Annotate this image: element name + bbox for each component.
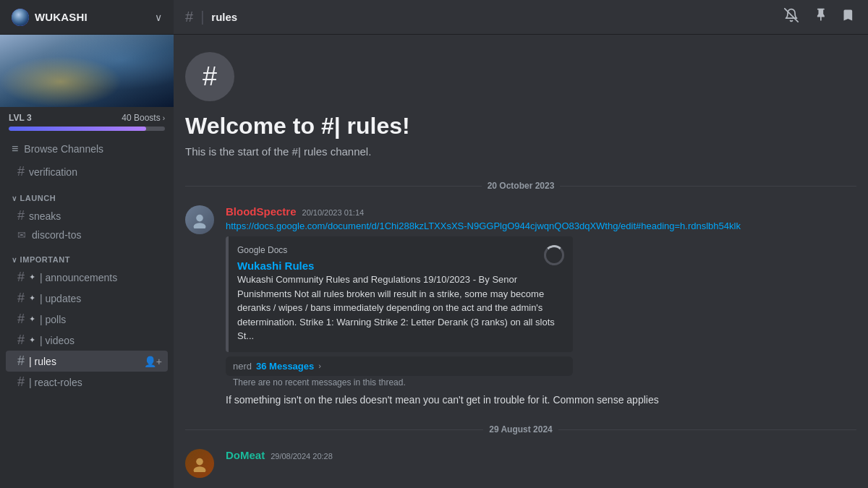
hash-icon: # <box>17 270 25 285</box>
channel-item-videos[interactable]: # ✦ | videos <box>6 330 168 351</box>
channel-item-rules[interactable]: # | rules 👤+ <box>6 351 168 372</box>
hash-icon: # <box>17 312 25 327</box>
server-name: WUKASHI <box>35 11 88 23</box>
embed-title[interactable]: Wukashi Rules <box>237 260 314 272</box>
divider-line <box>560 186 856 187</box>
message-link-blood-spectre[interactable]: https://docs.google.com/document/d/1Chi2… <box>226 221 741 231</box>
hash-icon: # <box>17 333 25 348</box>
channel-name-discord-tos: discord-tos <box>32 229 81 241</box>
chevron-down-icon: ∨ <box>155 12 162 23</box>
channel-item-sneaks[interactable]: # sneaks <box>6 205 168 226</box>
hash-icon: # <box>17 354 25 369</box>
top-bar-hash-icon: # <box>185 9 193 25</box>
embed-google-docs: Google Docs Wukashi Rules Wukashi Commun… <box>226 236 573 352</box>
top-bar-left: # | rules <box>185 9 237 25</box>
pin-icon[interactable] <box>813 8 827 26</box>
welcome-title: Welcome to #| rules! <box>185 113 856 140</box>
messages-area[interactable]: # Welcome to #| rules! This is the start… <box>174 35 868 488</box>
sidebar: WUKASHI ∨ LVL 3 40 Boosts › ≡ Browse Cha… <box>0 0 174 488</box>
boost-label[interactable]: 40 Boosts › <box>122 113 165 123</box>
boost-bar-section: LVL 3 40 Boosts › <box>0 107 174 137</box>
divider-line <box>558 429 856 430</box>
channel-item-react-roles[interactable]: # | react-roles <box>6 372 168 393</box>
bookmark-icon[interactable] <box>842 8 856 26</box>
welcome-hash-circle: # <box>185 52 234 101</box>
channel-item-verification[interactable]: # verification <box>6 161 168 182</box>
embed-description: Wukashi Community Rules and Regulations … <box>237 273 564 343</box>
thread-count: 36 Messages <box>256 361 314 372</box>
section-important[interactable]: IMPORTANT <box>0 244 174 267</box>
channel-name-rules: | rules <box>29 356 56 367</box>
thread-no-messages: There are no recent messages in this thr… <box>226 377 856 388</box>
svg-point-2 <box>194 223 206 228</box>
channel-list: ≡ Browse Channels # verification LAUNCH … <box>0 137 174 488</box>
timestamp-domeat: 29/08/2024 20:28 <box>271 452 333 461</box>
notification-icon[interactable] <box>784 8 799 26</box>
date-label-aug2024: 29 August 2024 <box>489 424 553 435</box>
channel-name-react-roles: | react-roles <box>29 377 82 388</box>
boost-bar-row: LVL 3 40 Boosts › <box>9 113 165 123</box>
channel-name-updates: | updates <box>40 293 81 304</box>
avatar-domeat <box>185 449 214 478</box>
main-content: # | rules # Welcome to #| rules! This is… <box>174 0 868 488</box>
welcome-subtitle: This is the start of the #| rules channe… <box>185 145 856 158</box>
divider-line <box>185 429 483 430</box>
message-group-blood-spectre: BloodSpectre 20/10/2023 01:14 https://do… <box>174 202 868 390</box>
svg-point-1 <box>196 215 203 222</box>
date-divider-oct2023: 20 October 2023 <box>174 169 868 202</box>
level-label: LVL 3 <box>9 113 32 123</box>
channel-item-polls[interactable]: # ✦ | polls <box>6 309 168 330</box>
message-content-blood-spectre: BloodSpectre 20/10/2023 01:14 https://do… <box>226 205 856 388</box>
message-group-domeat: DoMeat 29/08/2024 20:28 <box>174 446 868 481</box>
hash-icon: # <box>17 291 25 306</box>
divider-line <box>185 186 482 187</box>
spark-icon: ✦ <box>29 314 35 324</box>
svg-point-4 <box>194 466 206 472</box>
browse-channels-label: Browse Channels <box>24 143 103 155</box>
top-bar-divider: | <box>200 9 204 25</box>
hash-icon: # <box>17 164 25 179</box>
embed-inner: Google Docs Wukashi Rules Wukashi Commun… <box>237 245 564 343</box>
thread-preview[interactable]: nerd 36 Messages › <box>226 356 573 376</box>
spark-icon: ✦ <box>29 294 35 303</box>
username-blood-spectre: BloodSpectre <box>226 205 297 218</box>
thread-name: nerd <box>233 361 252 372</box>
browse-channels-item[interactable]: ≡ Browse Channels <box>0 137 174 161</box>
channel-name-verification: verification <box>29 166 77 178</box>
embed-provider: Google Docs <box>237 245 564 255</box>
timestamp-blood-spectre: 20/10/2023 01:14 <box>302 208 365 217</box>
channel-name-polls: | polls <box>40 314 66 325</box>
spark-icon: ✦ <box>29 335 35 345</box>
server-icon <box>12 9 29 26</box>
channel-welcome: # Welcome to #| rules! This is the start… <box>174 35 868 169</box>
date-label-oct2023: 20 October 2023 <box>488 181 555 191</box>
server-header[interactable]: WUKASHI ∨ <box>0 0 174 35</box>
loading-spinner <box>544 245 564 265</box>
spark-icon: ✦ <box>29 273 35 282</box>
channel-item-updates[interactable]: # ✦ | updates <box>6 288 168 309</box>
server-banner <box>0 35 174 107</box>
section-launch[interactable]: LAUNCH <box>0 182 174 205</box>
message-content-domeat: DoMeat 29/08/2024 20:28 <box>226 449 856 478</box>
browse-channels-icon: ≡ <box>12 142 18 155</box>
channel-item-discord-tos[interactable]: ✉ discord-tos <box>6 226 168 244</box>
hash-icon: # <box>17 374 25 390</box>
message-header-blood-spectre: BloodSpectre 20/10/2023 01:14 <box>226 205 856 218</box>
channel-name-announcements: | announcements <box>40 272 117 283</box>
date-divider-aug2024: 29 August 2024 <box>174 413 868 446</box>
boost-progress-fill <box>9 127 146 131</box>
add-member-icon[interactable]: 👤+ <box>144 356 162 367</box>
boost-arrow-icon: › <box>163 114 165 122</box>
announcement-icon: ✉ <box>17 229 26 241</box>
top-bar: # | rules <box>174 0 868 35</box>
embed-spinner-container <box>544 245 564 268</box>
server-header-left: WUKASHI <box>12 9 88 26</box>
boost-progress-bar <box>9 127 165 131</box>
channel-item-announcements[interactable]: # ✦ | announcements <box>6 267 168 288</box>
channel-name-videos: | videos <box>40 335 75 346</box>
username-domeat: DoMeat <box>226 449 265 461</box>
svg-line-0 <box>785 9 798 22</box>
thread-arrow-icon: › <box>318 361 321 370</box>
svg-point-3 <box>196 458 203 466</box>
hash-icon: # <box>17 208 25 223</box>
